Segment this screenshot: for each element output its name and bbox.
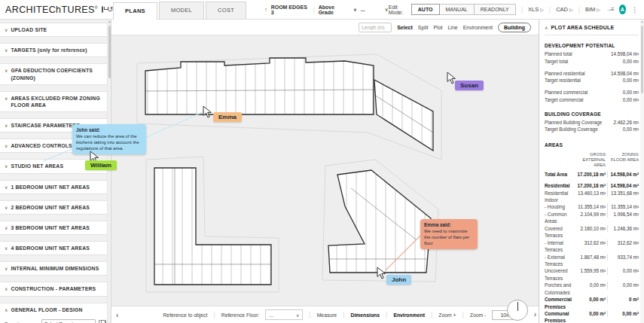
area-gross-value: 11.355,14 m² <box>574 203 606 210</box>
stat-value: 14.598,04 m² <box>611 50 639 58</box>
sidebar-section-label: 2 BEDROOM UNIT NET AREAS <box>11 204 90 211</box>
tool-button[interactable]: Environment <box>463 25 493 30</box>
sidebar-section[interactable]: ∨ STAIRCASE PARAMETERS <box>0 118 111 133</box>
tab[interactable]: PLANS <box>113 2 157 20</box>
stat-row: Planned total 14.598,04 m² <box>545 50 639 58</box>
sidebar-section-label: CONSTRUCTION - PARAMETERS <box>11 285 96 292</box>
general-floor-panel: ∧ GENERAL FLOOR - DESIGN Preset group Se… <box>0 303 111 323</box>
tool-button[interactable]: Split <box>418 25 429 30</box>
divider: | <box>313 7 315 12</box>
sidebar-section[interactable]: ∨ 4 BEDROOM UNIT NET AREAS <box>0 241 111 255</box>
tab[interactable]: MODEL <box>159 2 204 19</box>
scrollbar-thumb[interactable] <box>641 26 643 93</box>
scroll-up-icon[interactable]: ▲ <box>640 20 644 23</box>
area-gross-value: 0,00 m² <box>574 310 606 317</box>
export-bim-button[interactable]: BIM▷ <box>585 6 600 13</box>
sidebar-scrollbar[interactable]: ▲ <box>107 20 111 323</box>
chevron-down-icon: ∨ <box>5 96 8 101</box>
canvas-toolbar: Select Split Plot Line Environment Build… <box>111 20 539 35</box>
sidebar-section[interactable]: ∨ STUDIO NET AREAS <box>0 159 111 173</box>
plot-area-panel: ∧ PLOT AREA SCHEDULE DEVELOPMENT POTENTI… <box>539 20 644 323</box>
export-cad-button[interactable]: CAD▷ <box>556 6 572 13</box>
area-label: Porches and Colonnades <box>545 282 574 296</box>
building-coverage-rows: Planned Building Coverage 2.462,26 m² Ta… <box>545 119 639 134</box>
kebab-menu-icon[interactable]: ⋮ <box>631 6 638 14</box>
length-input[interactable] <box>359 23 392 32</box>
scrollbar-thumb[interactable] <box>108 26 111 78</box>
divider: | <box>343 311 344 318</box>
compass-widget[interactable] <box>507 300 528 321</box>
grade-selector[interactable]: Above Grade <box>319 5 349 15</box>
stat-row: Target total 0,00 m² <box>545 58 639 66</box>
sidebar-section[interactable]: ∨ GFA DEDUCTION COEFICIENTS (ZONING) <box>0 63 111 84</box>
reference-floor-select[interactable]: ... ∨ <box>265 309 303 320</box>
measure-button[interactable]: Measure <box>317 312 337 318</box>
sidebar-section[interactable]: ∨ ADVANCED CONTROLS <box>0 139 111 153</box>
sidebar-section[interactable]: ∨ TARGETS (only for reference) <box>0 43 111 57</box>
chevron-down-icon: ∨ <box>5 286 8 291</box>
reference-floor-label: Reference Floor: <box>221 312 260 318</box>
sidebar-sections: ∨ UPLOAD SITE ∨ TARGETS (only for refere… <box>0 20 111 297</box>
sidebar-section-general-floor[interactable]: ∧ GENERAL FLOOR - DESIGN <box>5 306 106 313</box>
zoom-in-button[interactable]: Zoom + <box>438 312 456 318</box>
sidebar-section[interactable]: ∨ 2 BEDROOM UNIT NET AREAS <box>0 200 111 215</box>
panel-title: PLOT AREA SCHEDULE <box>551 25 614 30</box>
table-row: Uncovered Terraces 1.559,95 m² 0,00 m² <box>545 267 639 282</box>
area-zoning-value: 0,00 m² <box>607 282 639 288</box>
tool-button[interactable]: Plot <box>433 25 442 30</box>
area-gross-value: 312,62 m² <box>574 239 606 246</box>
environment-button[interactable]: Environment <box>393 312 425 318</box>
area-gross-value: 17.200,18 m² <box>574 182 606 189</box>
tool-button[interactable]: Building <box>498 23 531 32</box>
sidebar-section[interactable]: ∨ INTERNAL MINIMUM DIMENSIONS <box>0 261 111 276</box>
room-edges-control[interactable]: ↑ ROOM EDGES 3 | Above Grade ∨ ... <box>264 5 365 15</box>
plot-area-schedule-header[interactable]: ∧ PLOT AREA SCHEDULE <box>545 20 639 35</box>
stat-value: 0,00 m² <box>623 96 639 104</box>
col-header-gross: GROSS EXTERNAL AREA <box>574 152 606 169</box>
sidebar-section[interactable]: ∨ 3 BEDROOM UNIT NET AREAS <box>0 221 111 235</box>
panel-scrollbar[interactable]: ▲ <box>640 20 644 323</box>
export-xls-button[interactable]: XLS▷ <box>528 6 544 13</box>
sidebar-section-label: TARGETS (only for reference) <box>11 47 87 53</box>
design-canvas[interactable]: Select Split Plot Line Environment Build… <box>111 20 539 323</box>
panel-toggle-icon[interactable]: →≡ <box>606 6 614 13</box>
edit-mode-button[interactable]: AUTO <box>411 4 440 15</box>
preset-select[interactable]: Select Preset ∨ <box>41 319 96 323</box>
avatar[interactable]: A <box>619 5 626 14</box>
area-label: Covered Terraces <box>545 225 574 239</box>
top-bar: ARCHITEChTURES® ↺ ↻ PLANS MODEL COST ↑ R… <box>0 0 644 20</box>
zoom-out-button[interactable]: Zoom - <box>470 312 487 318</box>
floor-plans-drawing[interactable] <box>111 20 539 323</box>
divider: | <box>386 311 387 318</box>
save-icon[interactable] <box>102 6 103 13</box>
divider: | <box>521 6 523 14</box>
tool-button[interactable]: Line <box>447 25 457 30</box>
left-sidebar: ∨ UPLOAD SITE ∨ TARGETS (only for refere… <box>0 20 111 323</box>
divider: | <box>431 311 432 318</box>
room-edges-label: ROOM EDGES 3 <box>271 5 310 15</box>
reference-to-object-button[interactable]: Reference to object <box>163 312 207 318</box>
chevron-up-icon: ∧ <box>5 307 8 312</box>
tab[interactable]: COST <box>206 2 246 19</box>
sidebar-section[interactable]: ∨ AREAS EXCLUDED FROM ZONING FLOOR AREA <box>0 91 111 112</box>
dimensions-button[interactable]: Dimensions <box>351 312 380 318</box>
divider: | <box>549 6 551 14</box>
sidebar-section[interactable]: ∨ CONSTRUCTION - PARAMETERS <box>0 282 111 296</box>
edit-mode-button[interactable]: READONLY <box>474 4 516 15</box>
grade-more-button[interactable]: ... <box>361 7 365 12</box>
chevron-left-icon[interactable]: ‹ <box>116 311 118 319</box>
tool-button[interactable]: Select <box>397 25 413 30</box>
stat-value: 14.598,04 m² <box>611 70 639 78</box>
edit-mode-button[interactable]: MANUAL <box>439 4 475 15</box>
scroll-up-icon[interactable]: ▲ <box>108 20 111 23</box>
area-zoning-value: 14.598,04 m² <box>607 171 639 178</box>
chevron-right-icon[interactable]: › <box>534 310 536 318</box>
stat-row: Planned Building Coverage 2.462,26 m² <box>545 119 639 126</box>
edit-mode-label: Edit Mode: <box>389 5 407 15</box>
area-gross-value: 2.180,10 m² <box>574 225 606 232</box>
sidebar-section[interactable]: ∨ 1 BEDROOM UNIT NET AREAS <box>0 180 111 194</box>
save-preset-icon[interactable] <box>99 320 106 323</box>
sidebar-section[interactable]: ∨ UPLOAD SITE <box>0 23 111 37</box>
area-gross-value: 1.559,95 m² <box>574 267 606 274</box>
area-gross-value: 2.104,99 m² <box>574 211 606 218</box>
